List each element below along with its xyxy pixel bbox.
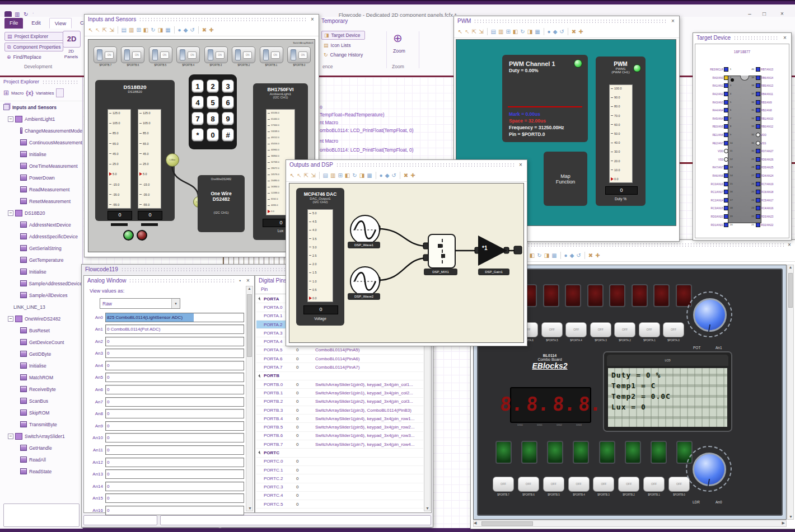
keypad-key[interactable]: 5 [207,96,219,109]
toolbar-icon[interactable]: ◨ [544,253,549,258]
keypad-key[interactable]: 4 [191,96,204,109]
onewire-port-1[interactable]: 1-Wire [170,159,176,161]
toolbar-icon[interactable]: ↖ [297,173,301,178]
pin-pad-left[interactable] [724,141,728,145]
pin-pad-left[interactable] [724,116,728,121]
pin-pad-left[interactable] [724,149,728,153]
view-toggle[interactable]: ▤Icon Lists [321,41,365,49]
tree-item[interactable]: BusReset [0,324,82,336]
scroll-down-icon[interactable]: ▼ [248,506,252,510]
pin-pad-right[interactable] [756,157,760,162]
slider-switch[interactable]: ON [149,46,172,63]
analog-titlebar[interactable]: Analog Window ▪ × [84,276,254,285]
analog-value-field[interactable]: 0 [105,361,244,370]
toolbar-icon[interactable]: ▤ [323,173,328,178]
view-toggle[interactable]: ◨Target Device [321,31,365,40]
toolbar-icon[interactable] [319,172,320,179]
voltage-value[interactable]: 0 [303,305,338,314]
tree-item[interactable]: SampleAllDevices [0,289,82,301]
portb-switch[interactable]: OFF [568,477,590,492]
digital-pin-row[interactable]: PORTB.5 0 SwitchArraySlider1(pin5), keyp… [256,423,423,431]
tree-expander-icon[interactable] [8,116,13,122]
toolbar-icon[interactable]: ↺ [576,253,581,258]
tree-item[interactable]: Initialise [0,266,82,277]
toolbar-icon[interactable]: ✖ [588,253,593,258]
digital-pin-row[interactable]: PORTA.7 0 ComboBL0114(PinA7) [256,363,423,371]
keypad-key[interactable]: 7 [191,112,204,125]
toolbar-icon[interactable]: ◆ [570,253,574,258]
toolbar-icon[interactable] [560,252,561,259]
analog-value-field[interactable]: 0 [105,469,244,479]
porta-switch[interactable]: OFF [541,322,563,337]
digital-pin-row[interactable]: PORTB.1 0 SwitchArraySlider1(pin1), keyp… [256,389,423,397]
ribbon-tab[interactable]: View [49,18,72,29]
restore-button[interactable]: □ [759,11,769,17]
toolbar-icon[interactable]: ✚ [578,29,583,35]
portb-switch[interactable]: OFF [593,477,614,492]
tree-item[interactable]: ReceiveByte [0,383,82,395]
porta-switch[interactable]: OFF [590,322,611,337]
tree-item[interactable]: DS18B20 [0,207,82,219]
toolbar-icon[interactable]: ↺ [391,173,396,178]
toolbar-icon[interactable]: ▥ [498,29,503,35]
pin-pad-right[interactable] [756,149,760,153]
close-icon[interactable]: × [245,277,251,284]
toolbar-icon[interactable]: ⇱ [102,27,107,33]
porta-switch[interactable]: OFF [663,322,684,337]
toolbar-icon[interactable]: ✖ [572,29,576,35]
slider-switch[interactable]: ON [260,46,283,63]
pin-pad-right[interactable] [756,116,760,121]
tree-item[interactable]: Initialise [0,148,82,160]
view-values-dropdown[interactable]: Raw ▾ [100,298,180,309]
pin-pad-right[interactable] [756,92,760,96]
toolbar-icon[interactable]: ↻ [520,29,525,35]
toolbar-icon[interactable]: ▦ [367,173,372,178]
group-expander-icon[interactable] [256,375,264,377]
pin-pad-left[interactable] [724,76,728,80]
toolbar-icon[interactable] [487,28,488,35]
pin-pad-right[interactable] [756,83,760,88]
tree-item[interactable]: PowerDown [0,172,82,183]
toolbar-icon[interactable]: ⊞ [136,27,141,33]
temp-slider-1[interactable]: 125.0105.085.065.045.025.05.0-15.0-35.0-… [107,109,131,209]
toolbar-icon[interactable]: ↖ [88,27,93,33]
scroll-up-icon[interactable]: ▲ [247,286,251,290]
tree-item[interactable]: ReadState [0,465,82,477]
porta-switch[interactable]: OFF [565,322,587,337]
outputs-titlebar[interactable]: Outputs and DSP × [286,160,527,170]
pin-pad-right[interactable] [756,182,760,186]
pin-pad-right[interactable] [756,67,760,72]
digital-pin-row[interactable]: PORTC.4 0 [256,492,423,500]
toolbar-icon[interactable] [174,26,175,34]
toolbar-icon[interactable]: ✚ [209,27,213,33]
ribbon-tab[interactable]: File [4,18,23,29]
pin-pad-right[interactable] [756,214,760,219]
pin-pad-right[interactable] [756,100,760,105]
toolbar-icon[interactable]: ◧ [513,29,518,35]
portb-switch[interactable]: OFF [543,477,564,492]
horizontal-scrollbar[interactable]: ◀ ▶ [473,520,787,527]
digital-pin-row[interactable]: PORTC.3 0 [256,483,423,492]
toolbar-icon[interactable]: ↖ [95,27,100,33]
view-toggle[interactable]: ↻Change History [321,51,365,59]
analog-value-field[interactable]: 0 [105,337,244,346]
toolbar-icon[interactable]: ▥ [330,173,335,178]
pin-pad-right[interactable] [756,206,760,210]
variables-icon[interactable]: {x} [26,90,33,96]
target-device-titlebar[interactable]: Target Device × [693,33,791,42]
tree-item[interactable]: MatchROM [0,371,82,383]
tree-item[interactable]: GetDeviceCount [0,336,82,348]
scroll-thumb[interactable] [247,294,252,357]
2d-panel-button[interactable]: 2D [63,31,81,48]
digital-pin-row[interactable]: PORTB.2 0 SwitchArraySlider1(pin2), keyp… [256,398,423,406]
pin-pad-right[interactable] [756,124,760,129]
tree-expander-icon[interactable] [3,104,10,110]
duty-value[interactable]: 0 [605,186,638,195]
pin-icon[interactable]: ▪ [238,278,242,283]
toolbar-icon[interactable]: ✖ [202,27,207,33]
toolbar-icon[interactable] [544,28,544,35]
tree-item[interactable]: TransmitByte [0,418,82,430]
digital-pin-row[interactable]: PORTB [256,372,423,380]
porta-switch[interactable]: OFF [639,322,660,337]
temp-slider-2[interactable]: 125.0105.085.065.045.025.05.0-15.0-35.0-… [138,109,161,209]
